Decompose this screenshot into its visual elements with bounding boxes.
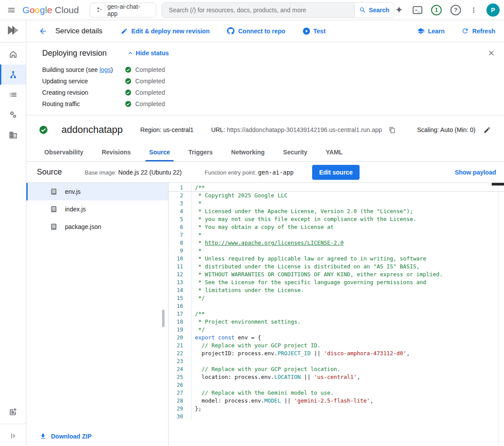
cloud-shell-icon[interactable]: >_	[413, 6, 422, 14]
search-button[interactable]: Search	[354, 3, 394, 18]
code-link: http://www.apache.org/licenses/LICENSE-2…	[205, 239, 344, 246]
code-text: * Unless required by applicable law or a…	[191, 255, 426, 263]
code-token: ,	[370, 397, 374, 404]
refresh-button[interactable]: Refresh	[461, 27, 495, 35]
close-icon[interactable]	[487, 49, 495, 57]
code-editor[interactable]: 1/**2 * Copyright 2025 Google LLC3 *4 * …	[169, 183, 504, 446]
sidebar-item-settings[interactable]	[0, 105, 26, 125]
expand-panel-button[interactable]	[0, 426, 26, 446]
code-token: * Project environment settings.	[195, 318, 301, 325]
google-letter: o	[29, 5, 35, 15]
file-panel-scrollbar[interactable]	[162, 310, 165, 327]
tab-networking[interactable]: Networking	[222, 143, 274, 161]
file-item-index.js[interactable]: index.js	[26, 200, 168, 218]
code-line: 22 projectID: process.env.PROJECT_ID || …	[169, 350, 504, 357]
code-token: * limitations under the License.	[195, 287, 304, 293]
code-line: 12 * WITHOUT WARRANTIES OR CONDITIONS OF…	[169, 271, 504, 278]
code-token: // Replace with your GCP project locatio…	[202, 366, 340, 372]
file-item-env.js[interactable]: env.js	[26, 183, 168, 200]
tab-triggers[interactable]: Triggers	[179, 143, 222, 161]
code-text: * Licensed under the Apache License, Ver…	[191, 207, 413, 215]
sidebar-item-list[interactable]	[0, 85, 26, 105]
service-toolbar: Service details Edit & deploy new revisi…	[26, 20, 504, 42]
notifications-count-badge[interactable]: 1	[431, 5, 442, 15]
gemini-sparkle-icon[interactable]	[394, 5, 404, 15]
code-token: *	[195, 247, 202, 254]
editor-scrollbar-thumb[interactable]	[492, 183, 504, 186]
service-url: URL: https://addonchatapp-301439142196.u…	[211, 126, 396, 133]
github-icon	[227, 27, 234, 35]
more-vert-icon[interactable]	[470, 6, 478, 14]
check-circle-icon	[125, 100, 132, 107]
code-token: ,	[357, 374, 360, 380]
code-text: * Copyright 2025 Google LLC	[191, 192, 288, 200]
show-payload-link[interactable]: Show payload	[455, 169, 496, 176]
code-line: 25 location: process.env.LOCATION || 'us…	[169, 373, 504, 381]
download-zip-button[interactable]: Download ZIP	[40, 433, 92, 440]
connect-repo-label: Connect to repo	[238, 28, 285, 35]
tab-revisions[interactable]: Revisions	[93, 143, 140, 161]
code-line: 29};	[169, 405, 504, 413]
code-line: 20export const env = {	[169, 334, 504, 342]
connect-repo-button[interactable]: Connect to repo	[227, 27, 285, 35]
hide-status-toggle[interactable]: Hide status	[127, 50, 169, 57]
project-picker[interactable]: gen-ai-chat-app	[90, 3, 156, 18]
organization-icon	[9, 131, 18, 139]
code-token: ||	[310, 350, 324, 357]
code-text: // Replace with your GCP project ID.	[191, 342, 320, 350]
search-input[interactable]	[168, 6, 348, 14]
file-name: index.js	[65, 206, 86, 213]
help-icon[interactable]: ?	[450, 5, 461, 15]
code-line: 15 */	[169, 294, 504, 302]
search-field[interactable]	[162, 3, 354, 18]
logs-link[interactable]: logs	[100, 66, 111, 73]
code-text: // Replace with the Gemini model to use.	[191, 389, 334, 397]
back-button[interactable]	[39, 27, 47, 36]
edit-source-button[interactable]: Edit source	[312, 165, 360, 180]
tab-source[interactable]: Source	[140, 143, 179, 161]
tab-security[interactable]: Security	[274, 143, 317, 161]
chevron-up-icon	[127, 50, 134, 57]
learn-button[interactable]: Learn	[417, 27, 445, 35]
code-line: 4 * Licensed under the Apache License, V…	[169, 207, 504, 215]
sidebar-item-organization[interactable]	[0, 125, 26, 145]
page-title: Service details	[55, 27, 102, 35]
status-step-state: Completed	[125, 89, 165, 96]
file-name: env.js	[65, 188, 81, 195]
tab-yaml[interactable]: YAML	[317, 143, 352, 161]
test-button[interactable]: Test	[303, 28, 326, 35]
code-lines: 1/**2 * Copyright 2025 Google LLC3 *4 * …	[169, 184, 504, 421]
source-header: Source Base image: Node.js 22 (Ubuntu 22…	[26, 162, 504, 182]
sidebar-item-home[interactable]	[0, 44, 26, 64]
code-text: /**	[191, 184, 205, 191]
code-line: 5 * you may not use this file except in …	[169, 215, 504, 223]
project-name: gen-ai-chat-app	[107, 3, 149, 17]
cloud-run-logo[interactable]	[0, 20, 26, 40]
status-step-state-label: Completed	[135, 89, 165, 96]
line-number: 19	[169, 326, 191, 334]
code-text: location: process.env.LOCATION || 'us-ce…	[191, 373, 360, 381]
copy-url-button[interactable]	[389, 127, 396, 133]
file-item-package.json[interactable]: package.json	[26, 218, 168, 235]
edit-deploy-button[interactable]: Edit & deploy new revision	[121, 28, 209, 35]
download-zip-label: Download ZIP	[51, 433, 92, 440]
avatar[interactable]: P	[486, 4, 500, 17]
url-label: URL:	[211, 126, 225, 133]
code-token: 'disco-amphora-473112-d0'	[324, 350, 407, 357]
edit-scaling-button[interactable]	[483, 126, 491, 134]
menu-icon[interactable]	[0, 0, 22, 20]
global-search: Search	[162, 2, 394, 18]
google-letter: e	[47, 5, 52, 15]
status-row: Building source (see logs)Completed	[42, 64, 495, 75]
code-text: */	[191, 326, 205, 334]
code-text: * Project environment settings.	[191, 318, 301, 326]
code-line: 27 // Replace with the Gemini model to u…	[169, 389, 504, 397]
status-panel-title: Deploying revision	[42, 49, 107, 58]
rail-divider	[0, 42, 26, 43]
release-notes-button[interactable]	[0, 402, 26, 422]
sidebar-item-cloud-run[interactable]	[0, 64, 26, 85]
code-line: 17/**	[169, 310, 504, 318]
check-circle-icon	[125, 66, 132, 73]
tab-observability[interactable]: Observability	[35, 143, 93, 161]
code-token: PROJECT_ID	[277, 350, 310, 357]
